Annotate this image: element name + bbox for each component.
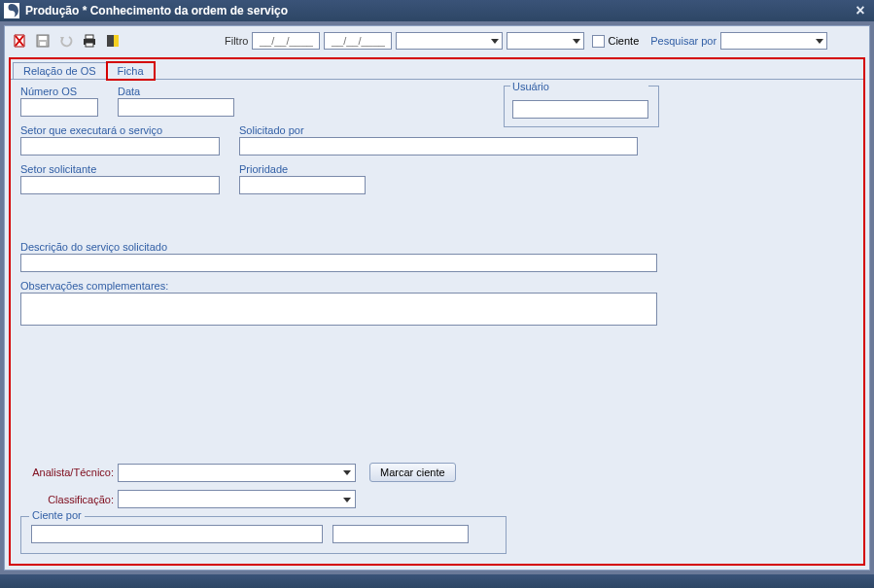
ciente-por-nome-input[interactable]: [31, 525, 323, 543]
data-input[interactable]: [118, 98, 234, 117]
tab-relacao-os[interactable]: Relação de OS: [13, 62, 107, 80]
svg-rect-5: [86, 35, 93, 39]
usuario-group: Usuário: [504, 86, 659, 127]
obs-textarea[interactable]: [20, 293, 657, 326]
filtro-combo-1[interactable]: [396, 32, 503, 50]
numero-os-label: Número OS: [20, 86, 98, 97]
classificacao-label: Classificação:: [20, 494, 118, 505]
descricao-label: Descrição do serviço solicitado: [20, 241, 854, 253]
classificacao-select[interactable]: [118, 490, 356, 508]
analista-label: Analista/Técnico:: [20, 467, 118, 478]
tab-ficha[interactable]: Ficha: [107, 62, 155, 80]
titlebar: Produção * Conhecimento da ordem de serv…: [0, 0, 874, 21]
obs-label: Observações complementares:: [20, 280, 854, 292]
ciente-por-label: Ciente por: [29, 509, 85, 521]
save-icon[interactable]: [34, 32, 52, 50]
undo-icon[interactable]: [57, 32, 75, 50]
usuario-input[interactable]: [512, 100, 648, 119]
data-label: Data: [118, 86, 234, 97]
ciente-checkbox-label: Ciente: [608, 35, 639, 47]
filtro-combo-2[interactable]: [507, 32, 584, 50]
svg-rect-7: [107, 35, 114, 47]
setor-exec-input[interactable]: [20, 137, 220, 156]
pesquisar-combo[interactable]: [720, 32, 827, 50]
cancel-icon[interactable]: [11, 32, 28, 50]
ciente-por-data-input[interactable]: [332, 525, 469, 543]
svg-rect-3: [40, 42, 46, 46]
setor-solic-label: Setor solicitante: [20, 163, 220, 175]
prioridade-input[interactable]: [239, 176, 366, 194]
svg-rect-8: [114, 35, 119, 47]
app-icon: [4, 3, 19, 18]
svg-rect-6: [86, 43, 93, 47]
print-icon[interactable]: [81, 32, 98, 50]
filtro-date-to[interactable]: [324, 32, 392, 50]
tab-container: Relação de OS Ficha Número OS Data Usuár…: [9, 57, 865, 566]
setor-solic-input[interactable]: [20, 176, 220, 194]
descricao-input[interactable]: [20, 254, 657, 272]
numero-os-input[interactable]: [20, 98, 98, 117]
analista-select[interactable]: [118, 464, 356, 482]
solicitado-por-input[interactable]: [239, 137, 638, 156]
ciente-checkbox[interactable]: [592, 35, 605, 48]
toolbar: Filtro Ciente Pesquisar por: [5, 26, 869, 55]
window-title: Produção * Conhecimento da ordem de serv…: [25, 4, 288, 17]
svg-rect-2: [39, 36, 47, 40]
pesquisar-label: Pesquisar por: [650, 35, 717, 47]
filtro-date-from[interactable]: [252, 32, 320, 50]
ficha-panel: Número OS Data Usuário Setor que executa…: [11, 79, 863, 564]
close-icon[interactable]: ×: [851, 2, 870, 19]
ciente-por-group: Ciente por: [20, 516, 507, 554]
marcar-ciente-button[interactable]: Marcar ciente: [369, 463, 456, 482]
usuario-label: Usuário: [510, 81, 648, 92]
prioridade-label: Prioridade: [239, 163, 366, 175]
exit-icon[interactable]: [104, 32, 122, 50]
filtro-label: Filtro: [225, 35, 248, 47]
setor-exec-label: Setor que executará o serviço: [20, 124, 220, 136]
window-bottom-bar: [0, 574, 874, 588]
